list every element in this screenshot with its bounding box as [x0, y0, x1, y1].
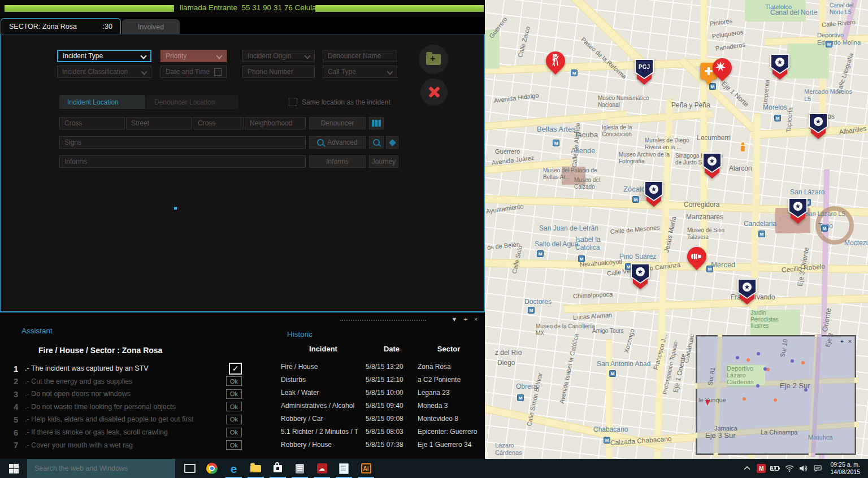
map-label: Candelaria	[744, 220, 776, 228]
close-panel-button[interactable]: ×	[472, 316, 480, 323]
assistant-item-control[interactable]: Ok	[226, 440, 242, 450]
action-center-icon[interactable]	[811, 460, 824, 476]
map-label: Guerrero	[495, 148, 520, 155]
taskbar-app-edge[interactable]: e	[223, 459, 245, 478]
minimap-label: Mixiuhca	[808, 434, 832, 441]
tab-denouncer-location[interactable]: Denouncer Location	[146, 95, 238, 109]
taskbar-app-wordpad[interactable]	[289, 459, 311, 478]
marker-police-shield[interactable]: ★	[809, 113, 828, 140]
denouncer-button[interactable]: Denouncer	[309, 117, 366, 129]
tab-sector-zona-rosa[interactable]: SECTOR: Zona Rosa :30	[1, 18, 121, 34]
cross-field-1[interactable]: Cross	[59, 117, 125, 129]
table-row[interactable]: Robbery / Car5/8/15 09:08Montevideo 8	[275, 415, 485, 426]
map-button[interactable]	[369, 117, 384, 129]
minimap-pin-button[interactable]: +	[839, 338, 845, 345]
assistant-item[interactable]: 3 .- Do not open doors nor windowsOk	[14, 388, 262, 399]
ok-button[interactable]: Ok	[226, 428, 242, 437]
pin-panel-button[interactable]: +	[462, 316, 470, 323]
informs-field[interactable]: Informs	[59, 155, 306, 168]
taskbar-app-chrome[interactable]	[201, 459, 223, 478]
priority-dropdown[interactable]: Priority	[160, 50, 227, 62]
assistant-item-control[interactable]: ✓	[229, 363, 242, 375]
incident-classification-dropdown[interactable]: Incident Classification	[57, 66, 151, 78]
minimap-close-button[interactable]: ×	[847, 338, 853, 345]
marker-person-incident[interactable]	[544, 50, 567, 79]
tray-adobe-icon[interactable]: M	[755, 460, 767, 476]
marker-police-shield[interactable]: ★	[644, 181, 663, 208]
new-incident-button[interactable]	[419, 45, 448, 74]
taskbar-app-task-view[interactable]	[179, 459, 201, 478]
same-location-checkbox-row[interactable]: Same location as the incident	[289, 98, 390, 106]
checked-checkbox-icon[interactable]: ✓	[229, 363, 242, 375]
informs-button[interactable]: Informs	[309, 155, 366, 168]
assistant-item[interactable]: 2 .- Cut the energy and gas suppliesOk	[14, 376, 262, 387]
wifi-icon[interactable]	[783, 460, 796, 476]
cancel-incident-button[interactable]	[420, 79, 448, 106]
assistant-item-control[interactable]: Ok	[226, 428, 242, 437]
incident-type-dropdown[interactable]: Incident Type	[57, 50, 151, 62]
assistant-item[interactable]: 1 .- The incident was captured by an STV…	[14, 363, 262, 374]
marker-robbery-fist[interactable]	[685, 245, 708, 275]
assistant-item-control[interactable]: Ok	[226, 415, 242, 424]
marker-police-shield[interactable]: ★	[770, 54, 789, 81]
taskbar-app-store[interactable]	[267, 459, 289, 478]
marker-explosion[interactable]	[711, 57, 734, 86]
city-map[interactable]: GuerreroCalle ZarcoGuerreroCalle SotoAve…	[485, 0, 868, 459]
table-row[interactable]: Leak / Water5/8/15 10:00Legaria 23	[275, 389, 485, 400]
table-row[interactable]: 5.1 Richter / 2 Minutos / T5/8/15 08:03E…	[275, 428, 485, 439]
collapse-panel-button[interactable]: ▼	[450, 316, 458, 323]
assistant-item[interactable]: 4 .- Do not waste time looking for perso…	[14, 401, 262, 412]
journey-button[interactable]: Journey	[369, 155, 398, 168]
diamond-button[interactable]	[386, 136, 398, 149]
denouncer-name-field[interactable]: Denouncer Name	[323, 50, 397, 62]
street-field[interactable]: Street	[126, 117, 192, 129]
table-row[interactable]: Disturbs5/8/15 12:10a C2 Poniente	[275, 376, 485, 387]
marker-police-shield[interactable]: ★	[702, 153, 722, 180]
call-type-dropdown[interactable]: Call Type	[323, 66, 397, 78]
search-input[interactable]	[27, 464, 175, 473]
signs-field[interactable]: Signs	[59, 136, 306, 149]
ok-button[interactable]: Ok	[226, 440, 242, 450]
tab-involved[interactable]: Involved	[122, 19, 180, 34]
marker-pgj-shield[interactable]: PGJ	[635, 59, 654, 86]
panel-grip-handle[interactable]	[340, 320, 426, 321]
taskbar-app-creative-cloud[interactable]: ☁	[311, 459, 333, 478]
tray-chevron-up-icon[interactable]	[741, 460, 753, 476]
marker-police-shield[interactable]: ★	[631, 263, 650, 290]
table-row[interactable]: Administratives / Alcohol5/8/15 09:40Mon…	[275, 402, 485, 413]
ok-button[interactable]: Ok	[226, 376, 242, 386]
cross-field-2[interactable]: Cross	[193, 117, 244, 129]
taskbar-app-explorer[interactable]	[245, 459, 267, 478]
assistant-item-control[interactable]: Ok	[226, 376, 242, 386]
assistant-item[interactable]: 6 .- If there is smoke or gas leak, scro…	[14, 427, 262, 438]
tab-incident-location[interactable]: Incident Location	[59, 95, 145, 109]
phone-number-field[interactable]: Phone Number	[242, 66, 315, 78]
overview-minimap[interactable]: Sur 81Sur 10Deportivo Lázaro CárdenasEje…	[697, 336, 855, 454]
table-row[interactable]: Robbery / House5/8/15 07:38Eje 1 Guerrer…	[275, 441, 485, 452]
minimap-label: Eje 3 Sur	[705, 432, 735, 440]
marker-police-shield[interactable]: ★	[737, 279, 757, 306]
assistant-item[interactable]: 7 .- Cover your mouth with a wet ragOk	[14, 440, 262, 451]
search-button[interactable]	[369, 136, 384, 149]
neighborhood-field[interactable]: Neighborhood	[245, 117, 306, 129]
start-button[interactable]	[0, 459, 27, 478]
table-row[interactable]: Fire / House5/8/15 13:20Zona Rosa	[275, 363, 485, 374]
volume-icon[interactable]	[797, 460, 810, 476]
ok-button[interactable]: Ok	[226, 389, 242, 399]
taskbar-app-notepad[interactable]	[333, 459, 355, 478]
taskbar-app-illustrator[interactable]: Ai	[355, 459, 377, 478]
assistant-item-control[interactable]: Ok	[226, 389, 242, 399]
checkbox-icon[interactable]	[289, 98, 297, 106]
incident-origin-dropdown[interactable]: Incident Origin	[242, 50, 315, 62]
taskbar-search[interactable]	[27, 459, 175, 478]
date-and-time-field[interactable]: Date and Time	[160, 66, 227, 78]
battery-icon[interactable]	[769, 460, 782, 476]
ok-button[interactable]: Ok	[226, 402, 242, 411]
ok-button[interactable]: Ok	[226, 415, 242, 424]
taskbar-clock[interactable]: 09:25 a. m.14/08/2015	[826, 461, 865, 476]
assistant-item[interactable]: 5 .- Help kids, elders and disabled peop…	[14, 414, 262, 425]
advanced-search-button[interactable]: Advanced	[309, 136, 366, 149]
system-tray: M 09:25 a. m.14/08/2015	[741, 459, 868, 478]
assistant-item-control[interactable]: Ok	[226, 402, 242, 411]
marker-police-shield[interactable]: ★	[788, 198, 808, 225]
